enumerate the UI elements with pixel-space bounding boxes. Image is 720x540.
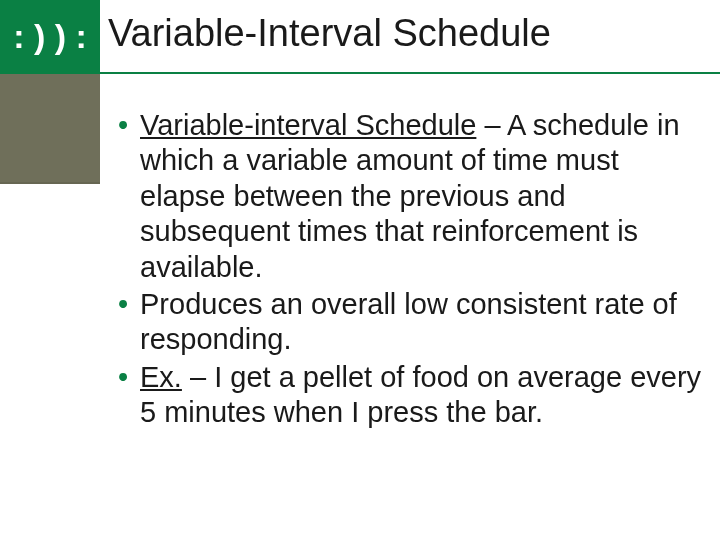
bullet-sep: –: [476, 109, 507, 141]
logo-block: : ) ) :: [0, 0, 100, 72]
list-item: Variable-interval Schedule – A schedule …: [118, 108, 703, 285]
bullet-text: I get a pellet of food on average every …: [140, 361, 701, 428]
bullet-text: Produces an overall low consistent rate …: [140, 288, 677, 355]
list-item: Ex. – I get a pellet of food on average …: [118, 360, 703, 431]
page-title: Variable-Interval Schedule: [108, 12, 551, 55]
content-area: Variable-interval Schedule – A schedule …: [118, 108, 703, 432]
title-divider: [0, 72, 720, 74]
bullet-term: Ex.: [140, 361, 182, 393]
list-item: Produces an overall low consistent rate …: [118, 287, 703, 358]
bullet-sep: –: [182, 361, 214, 393]
side-accent-block: [0, 74, 100, 184]
bullet-term: Variable-interval Schedule: [140, 109, 476, 141]
logo-text: : ) ) :: [13, 17, 87, 56]
